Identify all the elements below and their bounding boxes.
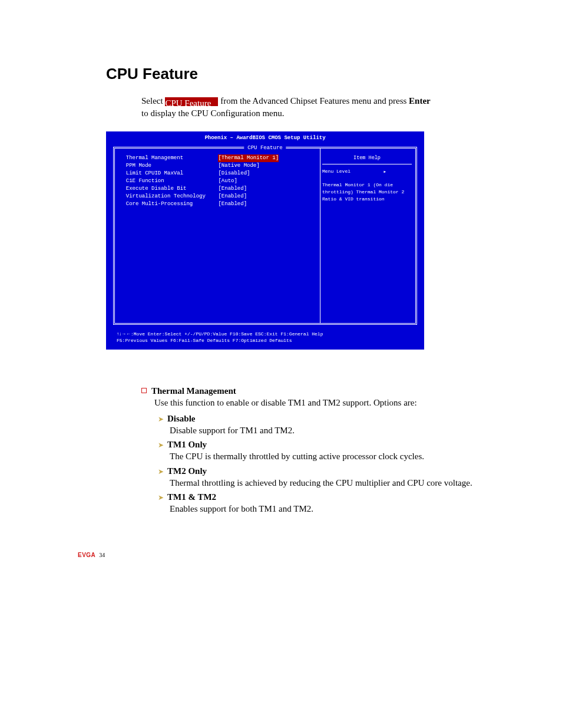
triangle-bullet-icon: ➤ [158, 441, 164, 449]
bios-row-value: [Native Mode] [218, 163, 259, 169]
explain-l2-title: TM1 & TM2 [167, 492, 216, 502]
bios-row-label: PPM Mode [126, 163, 151, 169]
bios-row-ppm[interactable]: PPM Mode [Native Mode] [120, 162, 315, 170]
triangle-bullet-icon: ➤ [158, 493, 164, 502]
bios-row-thermal[interactable]: Thermal Management [Thermal Monitor 1] [120, 154, 315, 162]
bios-row-label: Virtualization Technology [126, 193, 206, 199]
bios-screen: Phoenix – AwardBIOS CMOS Setup Utility C… [106, 131, 424, 350]
bios-subtitle: CPU Feature [244, 145, 286, 151]
bios-help-text: Thermal Monitor 1 (On die throttling) Th… [322, 182, 412, 203]
bios-row-value: [Enabled] [218, 201, 247, 207]
bios-left-panel: Thermal Management [Thermal Monitor 1] P… [120, 154, 315, 208]
bios-footer-line1: :Move Enter:Select +/-/PU/PD:Value F10:S… [131, 331, 323, 337]
bios-row-value: [Enabled] [218, 193, 247, 199]
bios-row-cmp[interactable]: Core Multi-Processing [Enabled] [120, 200, 315, 208]
page-footer: EVGA34 [78, 552, 105, 558]
bios-row-label: Thermal Management [126, 155, 183, 161]
intro-paragraph: Select CPU Feature from the Advanced Chi… [141, 95, 480, 120]
page-number: 34 [99, 552, 105, 558]
bios-row-label: Limit CPUID MaxVal [126, 170, 183, 176]
bios-row-value: [Disabled] [218, 170, 250, 176]
bios-row-xd[interactable]: Execute Disable Bit [Enabled] [120, 185, 315, 193]
bios-row-label: Core Multi-Processing [126, 201, 193, 207]
bios-row-value-selected: [Thermal Monitor 1] [218, 154, 279, 162]
explain-l1-title: Thermal Management [151, 386, 236, 396]
intro-enter: Enter [409, 96, 431, 106]
bios-help-panel: Item Help Menu Level ▶ Thermal Monitor 1… [322, 154, 412, 203]
explain-l2-title: TM1 Only [167, 440, 207, 449]
triangle-bullet-icon: ➤ [158, 467, 164, 476]
intro-highlight: CPU Feature [165, 97, 218, 106]
intro-post1: from the Advanced Chipset Features menu … [218, 96, 409, 106]
bios-help-head: Item Help [322, 154, 412, 162]
bios-row-value: [Auto] [218, 178, 237, 184]
brand-label: EVGA [78, 552, 95, 558]
explain-l2-body: Thermal throttling is achieved by reduci… [170, 477, 480, 489]
explain-sub-disable: ➤Disable Disable support for TM1 and TM2… [158, 413, 480, 437]
triangle-right-icon: ▶ [384, 170, 386, 174]
intro-post2: to display the CPU Configuration menu. [141, 108, 284, 118]
triangle-bullet-icon: ➤ [158, 415, 164, 423]
explain-item-thermal: Thermal Management Use this function to … [141, 385, 480, 409]
square-bullet-icon [141, 388, 147, 393]
explain-sub-tm1: ➤TM1 Only The CPU is thermally throttled… [158, 439, 480, 463]
explain-l2-body: Enables support for both TM1 and TM2. [170, 503, 480, 515]
bios-row-c1e[interactable]: C1E Function [Auto] [120, 177, 315, 185]
bios-footer-line2: F5:Previous Values F6:Fail-Safe Defaults… [117, 337, 414, 344]
bios-row-cpuid[interactable]: Limit CPUID MaxVal [Disabled] [120, 170, 315, 177]
arrow-keys-icon: ↑↓→← [117, 331, 131, 337]
explain-l1-body: Use this function to enable or disable T… [154, 397, 480, 409]
explain-l2-body: The CPU is thermally throttled by cuttin… [170, 450, 480, 462]
explain-sub-tm1tm2: ➤TM1 & TM2 Enables support for both TM1 … [158, 491, 480, 515]
bios-row-value: [Enabled] [218, 186, 247, 192]
bios-row-label: Execute Disable Bit [126, 186, 187, 192]
explain-l2-title: Disable [167, 414, 196, 423]
explanation-section: Thermal Management Use this function to … [141, 385, 480, 515]
bios-key-footer: ↑↓→←:Move Enter:Select +/-/PU/PD:Value F… [117, 331, 414, 344]
bios-border: CPU Feature Thermal Management [Thermal … [113, 147, 417, 325]
explain-l2-body: Disable support for TM1 and TM2. [170, 424, 480, 436]
bios-title: Phoenix – AwardBIOS CMOS Setup Utility [106, 135, 424, 141]
intro-pre: Select [141, 96, 165, 106]
bios-row-label: C1E Function [126, 178, 164, 184]
bios-row-vt[interactable]: Virtualization Technology [Enabled] [120, 193, 315, 200]
explain-l2-title: TM2 Only [167, 466, 207, 476]
explain-sub-tm2: ➤TM2 Only Thermal throttling is achieved… [158, 465, 480, 489]
bios-divider [320, 149, 320, 323]
section-heading: CPU Feature [106, 65, 480, 83]
bios-help-box: Menu Level ▶ Thermal Monitor 1 (On die t… [322, 164, 412, 203]
bios-help-level: Menu Level [322, 169, 351, 174]
